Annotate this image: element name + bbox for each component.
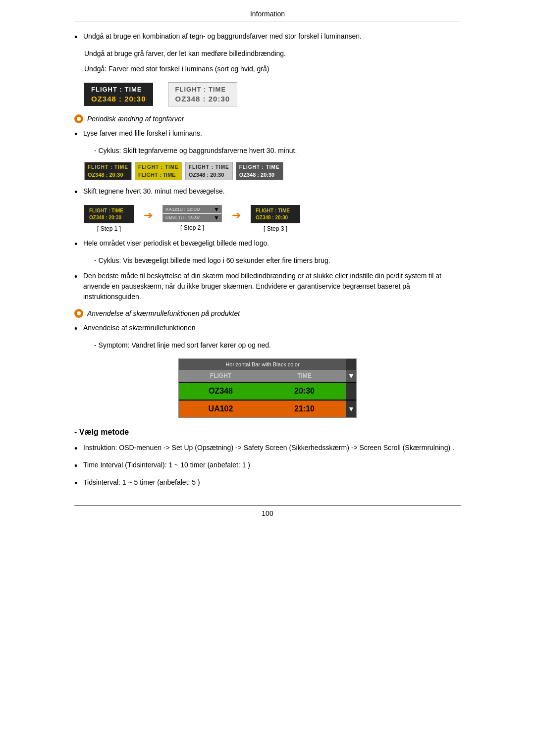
hbar-arrow-1: ▼: [346, 370, 356, 382]
bullet-dot-4: •: [74, 238, 83, 251]
cycle-box-1-data: OZ348 : 20:30: [85, 171, 131, 180]
cycle-box-2-title: FLIGHT : TIME: [135, 162, 182, 171]
sub-bullet-2: • Time Interval (Tidsinterval): 1 ~ 10 t…: [74, 460, 461, 472]
orange-circle-icon-1: [74, 114, 83, 123]
step2-row2-left: UMVL1U : 13:3V: [163, 214, 212, 222]
step3-label: [ Step 3 ]: [264, 225, 287, 232]
cycle-box-3-data: OZ348 : 20:30: [186, 171, 232, 180]
sub-bullet-text-3: Tidsinterval: 1 ~ 5 timer (anbefalet: 5 …: [83, 477, 461, 490]
bullet-item-3: • Skift tegnene hvert 30. minut med bevæ…: [74, 186, 461, 199]
bullet-text-3: Skift tegnene hvert 30. minut med bevæge…: [83, 186, 461, 199]
step1-title: FLIGHT : TIME: [88, 207, 130, 214]
sub-bullet-1: • Instruktion: OSD-menuen -> Set Up (Ops…: [74, 443, 461, 455]
cycle-box-1: FLIGHT : TIME OZ348 : 20:30: [84, 162, 132, 180]
dash-text-1: - Cyklus: Skift tegnfarverne og baggrund…: [94, 146, 461, 156]
hbar-arrow-col: [346, 359, 356, 370]
hbar-container: Horizontal Bar with Black color FLIGHT T…: [178, 358, 357, 418]
hbar-filler-1: [346, 383, 356, 400]
orange-label-1: Periodisk ændring af tegnfarver: [74, 114, 461, 123]
step-1: FLIGHT : TIME OZ348 : 20:30 [ Step 1 ]: [84, 205, 134, 232]
bullet-text-5: Den bedste måde til beskyttelse af din s…: [83, 271, 461, 302]
bullet-item-6: • Anvendelse af skærmrullefunktionen: [74, 323, 461, 335]
orange-label-text-2: Anvendelse af skærmrullefunktionen på pr…: [87, 309, 240, 317]
page-header: Information: [74, 10, 461, 21]
hbar-row-2: UA102 21:10 ▼: [179, 400, 356, 417]
page-footer: 100: [74, 505, 461, 517]
hbar-header-text: Horizontal Bar with Black color: [179, 359, 346, 370]
bullet-text-4: Hele området viser periodisk et bevægeli…: [83, 238, 461, 251]
sub-bullet-text-2: Time Interval (Tidsinterval): 1 ~ 10 tim…: [83, 460, 461, 472]
cycle-box-4-data: OZ348 : 20:30: [236, 171, 283, 180]
flight-light-data: OZ348 : 20:30: [175, 95, 230, 103]
cycle-box-3-title: FLIGHT : TIME: [186, 162, 232, 171]
flight-demo-row: FLIGHT : TIME OZ348 : 20:30 FLIGHT : TIM…: [84, 82, 461, 106]
sub-bullet-dot-2: •: [74, 460, 83, 472]
sub-text-2: Undgå: Farver med stor forskel i luminan…: [84, 64, 461, 74]
hbar-header-row: Horizontal Bar with Black color: [179, 359, 356, 370]
hbar-row2-right: 21:10: [263, 401, 346, 417]
cycle-box-1-title: FLIGHT : TIME: [85, 162, 131, 171]
flight-dark-data: OZ348 : 20:30: [91, 95, 146, 103]
step2-row1-left: KA1Z1U : 1Z:UU: [163, 205, 212, 213]
flight-dark-title: FLIGHT : TIME: [91, 86, 146, 93]
bullet-dot-2: •: [74, 128, 83, 141]
cycle-box-3: FLIGHT : TIME OZ348 : 20:30: [185, 162, 233, 180]
hbar-row1-right: 20:30: [263, 383, 346, 400]
bullet-item-1: • Undgå at bruge en kombination af tegn-…: [74, 31, 461, 44]
cycle-box-2: FLIGHT : TIME FLIGHT : TIME: [135, 162, 182, 180]
hbar-row1-left: OZ348: [179, 383, 263, 400]
step3-data: OZ348 : 20:30: [255, 214, 296, 221]
orange-label-text-1: Periodisk ændring af tegnfarver: [87, 115, 184, 123]
arrow-2: ➔: [232, 209, 241, 222]
hbar-row2-left: UA102: [179, 401, 263, 417]
cycle-box-4: FLIGHT : TIME OZ348 : 20:30: [236, 162, 283, 180]
bullet-text-1: Undgå at bruge en kombination af tegn- o…: [83, 31, 461, 44]
orange-circle-icon-2: [74, 309, 83, 318]
sub-text-1: Undgå at bruge grå farver, der let kan m…: [84, 49, 461, 59]
header-title: Information: [250, 10, 285, 18]
dash-text-2: - Cyklus: Vis bevægeligt billede med log…: [94, 255, 461, 266]
bullet-item-5: • Den bedste måde til beskyttelse af din…: [74, 271, 461, 302]
orange-label-2: Anvendelse af skærmrullefunktionen på pr…: [74, 309, 461, 318]
flight-box-dark: FLIGHT : TIME OZ348 : 20:30: [84, 83, 153, 106]
step2-label: [ Step 2 ]: [180, 224, 204, 231]
sub-bullet-text-1: Instruktion: OSD-menuen -> Set Up (Opsæt…: [83, 443, 461, 455]
bullet-dot-1: •: [74, 31, 83, 44]
step3-title: FLIGHT : TIME: [255, 207, 296, 214]
section-heading: - Vælg metode: [74, 428, 461, 437]
arrow-1: ➔: [144, 209, 153, 222]
flight-light-title: FLIGHT : TIME: [175, 86, 230, 93]
bullet-dot-6: •: [74, 323, 83, 335]
step-3: FLIGHT : TIME OZ348 : 20:30 [ Step 3 ]: [251, 205, 300, 232]
hbar-subheader: FLIGHT TIME ▼: [179, 370, 356, 382]
bullet-dot-5: •: [74, 271, 83, 302]
bullet-text-2: Lyse farver med lille forskel i luminans…: [83, 128, 461, 141]
bullet-dot-3: •: [74, 186, 83, 199]
step-2: KA1Z1U : 1Z:UU ▼ UMVL1U : 13:3V ▼ [ Step…: [162, 205, 222, 231]
page-number: 100: [262, 509, 273, 517]
steps-row: FLIGHT : TIME OZ348 : 20:30 [ Step 1 ] ➔…: [84, 205, 461, 232]
sub-bullet-3: • Tidsinterval: 1 ~ 5 timer (anbefalet: …: [74, 477, 461, 490]
bullet-text-6: Anvendelse af skærmrullefunktionen: [83, 323, 461, 335]
hbar-row-1: OZ348 20:30: [179, 382, 356, 400]
sub-bullet-dot-1: •: [74, 443, 83, 455]
sub-bullet-dot-3: •: [74, 477, 83, 490]
step1-data: OZ348 : 20:30: [88, 214, 130, 221]
hbar-col2-label: TIME: [263, 370, 346, 382]
flight-box-light: FLIGHT : TIME OZ348 : 20:30: [168, 82, 238, 106]
cycle-row: FLIGHT : TIME OZ348 : 20:30 FLIGHT : TIM…: [84, 162, 461, 180]
hbar-col1-label: FLIGHT: [179, 370, 263, 382]
hbar-arrow-2: ▼: [346, 401, 356, 417]
step2-down-arrow-1: ▼: [212, 205, 221, 213]
step2-down-arrow-2: ▼: [212, 214, 221, 222]
dash-text-3: - Symptom: Vandret linje med sort farver…: [94, 340, 461, 351]
bullet-item-2: • Lyse farver med lille forskel i lumina…: [74, 128, 461, 141]
cycle-box-4-title: FLIGHT : TIME: [236, 162, 283, 171]
step1-label: [ Step 1 ]: [97, 225, 121, 232]
bullet-item-4: • Hele området viser periodisk et bevæge…: [74, 238, 461, 251]
cycle-box-2-data: FLIGHT : TIME: [135, 171, 182, 180]
